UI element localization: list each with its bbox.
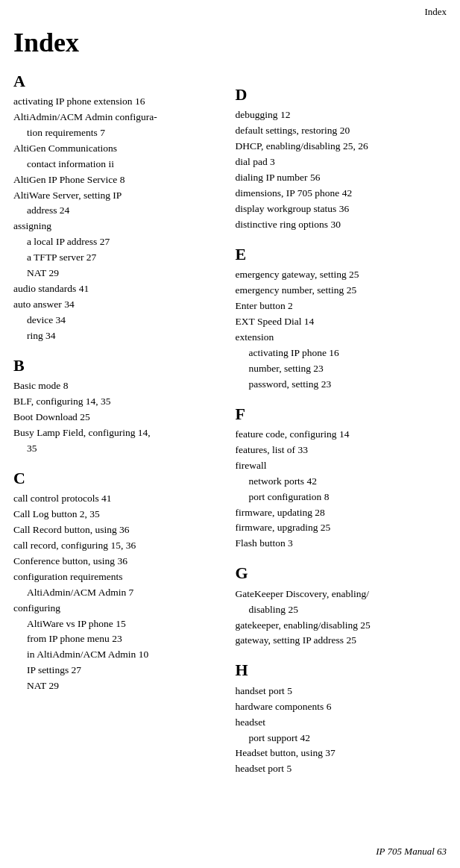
index-entry: hardware components 6 [236,699,453,715]
index-entry: DHCP, enabling/disabling 25, 26 [236,139,453,154]
index-entry: activating IP phone extension 16 [13,94,222,110]
index-entry: Boot Download 25 [13,410,222,425]
index-entry: network ports 42 [236,474,453,490]
index-entry: AltiWare vs IP phone 15 [13,616,222,632]
footer-page-number: IP 705 Manual 63 [376,846,447,857]
index-entry: IP settings 27 [13,663,222,678]
index-entry: features, list of 33 [236,443,453,458]
index-entry: AltiGen Communications [13,141,222,157]
index-entry: dialing IP number 56 [236,170,453,186]
index-entry: gateway, setting IP address 25 [236,633,453,649]
section-letter-a: A [13,72,222,91]
index-entry: Basic mode 8 [13,378,222,394]
index-entry: gatekeeper, enabling/disabling 25 [236,618,453,634]
index-entry: a local IP address 27 [13,234,222,250]
index-entry: dial pad 3 [236,154,453,170]
index-entry: call record, configuring 15, 36 [13,538,222,554]
section-letter-h: H [236,661,453,680]
section-letter-d: D [236,85,453,104]
index-entry: emergency gateway, setting 25 [236,267,453,283]
index-entry: audio standards 41 [13,281,222,297]
index-entry: NAT 29 [13,266,222,281]
section-letter-b: B [13,356,222,375]
index-entry: configuration requirements [13,569,222,585]
index-entry: tion requirements 7 [13,125,222,141]
main-content: Index Aactivating IP phone extension 16A… [0,21,460,777]
index-entry: EXT Speed Dial 14 [236,314,453,330]
index-entry: configuring [13,601,222,616]
index-entry: call control protocols 41 [13,491,222,507]
index-entry: AltiAdmin/ACM Admin 7 [13,585,222,601]
page-header: Index [0,0,460,21]
index-entry: disabling 25 [236,602,453,618]
section-letter-e: E [236,245,453,264]
index-entry: NAT 29 [13,678,222,694]
index-entry: Flash button 3 [236,536,453,552]
index-entry: debugging 12 [236,107,453,123]
section-letter-c: C [13,469,222,488]
index-entry: firewall [236,458,453,474]
index-entry: distinctive ring options 30 [236,217,453,233]
page-footer: IP 705 Manual 63 [376,846,447,858]
index-entry: dimensions, IP 705 phone 42 [236,186,453,202]
left-sections: Aactivating IP phone extension 16AltiAdm… [13,72,222,695]
index-entry: Enter button 2 [236,299,453,314]
index-entry: Headset button, using 37 [236,746,453,761]
index-entry: in AltiAdmin/ACM Admin 10 [13,647,222,663]
index-entry: headset port 5 [236,761,453,777]
index-entry: Conference button, using 36 [13,554,222,569]
index-entry: Call Record button, using 36 [13,522,222,538]
section-letter-g: G [236,563,453,583]
index-entry: AltiWare Server, setting IP [13,188,222,204]
index-entry: a TFTP server 27 [13,250,222,266]
index-entry: AltiGen IP Phone Service 8 [13,172,222,188]
index-entry: display workgroup status 36 [236,202,453,217]
index-entry: Call Log button 2, 35 [13,507,222,522]
index-entry: AltiAdmin/ACM Admin configura- [13,110,222,125]
index-entry: address 24 [13,203,222,219]
page-title: Index [13,28,222,58]
index-entry: ring 34 [13,328,222,344]
header-text: Index [424,6,447,17]
section-letter-f: F [236,405,453,424]
left-column: Index Aactivating IP phone extension 16A… [13,21,230,777]
index-entry: device 34 [13,313,222,328]
index-entry: assigning [13,219,222,234]
index-entry: firmware, upgrading 25 [236,520,453,536]
index-entry: headset [236,715,453,731]
index-entry: firmware, updating 28 [236,505,453,521]
right-column: Ddebugging 12default settings, restoring… [230,21,453,777]
index-entry: emergency number, setting 25 [236,283,453,299]
index-entry: activating IP phone 16 [236,346,453,361]
index-entry: GateKeeper Discovery, enabling/ [236,587,453,602]
right-sections: Ddebugging 12default settings, restoring… [236,85,453,777]
index-entry: auto answer 34 [13,297,222,313]
index-entry: password, setting 23 [236,377,453,393]
index-entry: port support 42 [236,731,453,746]
index-entry: port configuration 8 [236,490,453,505]
index-entry: feature code, configuring 14 [236,427,453,443]
index-entry: from IP phone menu 23 [13,631,222,647]
index-entry: default settings, restoring 20 [236,123,453,139]
index-entry: handset port 5 [236,684,453,699]
index-entry: contact information ii [13,157,222,172]
index-entry: extension [236,330,453,346]
index-entry: BLF, configuring 14, 35 [13,394,222,410]
index-entry: number, setting 23 [236,361,453,377]
index-entry: 35 [13,441,222,457]
index-entry: Busy Lamp Field, configuring 14, [13,425,222,441]
